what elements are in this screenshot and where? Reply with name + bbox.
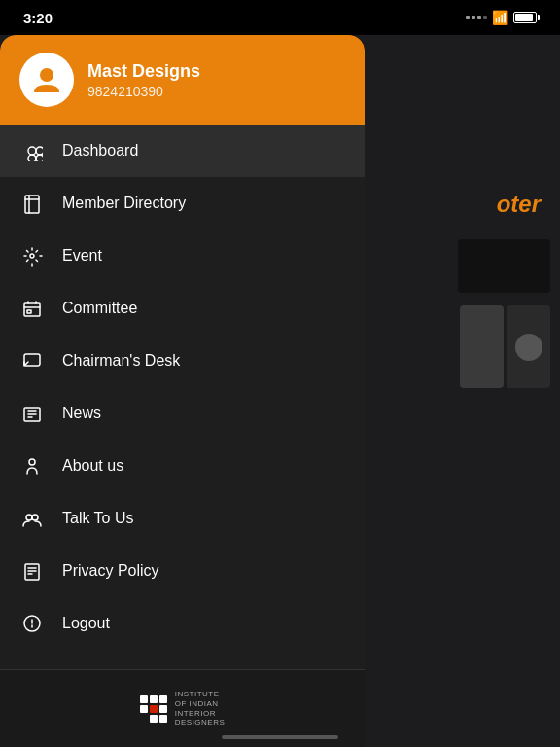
svg-rect-20 bbox=[25, 564, 39, 580]
avatar bbox=[19, 53, 74, 107]
logo-text: INSTITUTE OF INDIAN INTERIOR DESIGNERS bbox=[175, 690, 226, 727]
nav-item-news[interactable]: News bbox=[0, 387, 365, 440]
nav-item-member-dir[interactable]: Member Directory bbox=[0, 177, 365, 230]
phone-content: oter Mast Designs 9824210390 DashboardMe… bbox=[0, 35, 560, 747]
nav-label-logout: Logout bbox=[62, 615, 110, 632]
svg-point-18 bbox=[26, 515, 32, 520]
svg-point-8 bbox=[30, 254, 34, 258]
logo-cell bbox=[140, 705, 148, 713]
bg-image-block-3 bbox=[460, 305, 504, 388]
nav-item-committee[interactable]: Committee bbox=[0, 282, 365, 335]
logo-cell bbox=[140, 695, 148, 703]
logo-cell bbox=[159, 705, 167, 713]
nav-list: DashboardMember DirectoryEventCommitteeC… bbox=[0, 124, 365, 669]
nav-label-member-dir: Member Directory bbox=[62, 195, 186, 212]
svg-point-1 bbox=[28, 147, 36, 155]
home-indicator bbox=[222, 735, 338, 739]
event-icon bbox=[19, 243, 45, 268]
nav-item-privacy-policy[interactable]: Privacy Policy bbox=[0, 545, 365, 597]
logout-icon bbox=[19, 611, 45, 636]
person-icon bbox=[30, 63, 63, 96]
wifi-icon: 📶 bbox=[492, 10, 508, 25]
news-icon bbox=[19, 401, 45, 426]
book-icon bbox=[19, 191, 45, 216]
svg-point-3 bbox=[36, 147, 43, 155]
svg-rect-11 bbox=[27, 310, 31, 313]
logo-cell bbox=[159, 695, 167, 703]
nav-item-about-us[interactable]: About us bbox=[0, 440, 365, 492]
logo-cell bbox=[159, 715, 167, 723]
nav-label-talk-to-us: Talk To Us bbox=[62, 510, 134, 527]
footer-logo: INSTITUTE OF INDIAN INTERIOR DESIGNERS bbox=[140, 690, 226, 727]
svg-rect-9 bbox=[24, 303, 40, 316]
nav-item-talk-to-us[interactable]: Talk To Us bbox=[0, 492, 365, 545]
nav-label-committee: Committee bbox=[62, 300, 137, 317]
nav-item-chairmans-desk[interactable]: Chairman's Desk bbox=[0, 335, 365, 387]
nav-label-about-us: About us bbox=[62, 457, 123, 475]
user-name: Mast Designs bbox=[88, 61, 200, 82]
talk-icon bbox=[19, 506, 45, 531]
logo-line-1: INSTITUTE bbox=[175, 690, 226, 699]
svg-point-2 bbox=[28, 155, 36, 161]
drawer-header: Mast Designs 9824210390 bbox=[0, 35, 365, 124]
svg-point-17 bbox=[29, 459, 35, 465]
nav-label-privacy-policy: Privacy Policy bbox=[62, 562, 159, 580]
signal-icon bbox=[466, 16, 487, 19]
committee-icon bbox=[19, 296, 45, 321]
nav-label-dashboard: Dashboard bbox=[62, 142, 138, 160]
svg-point-19 bbox=[32, 515, 38, 520]
logo-line-3: INTERIOR bbox=[175, 709, 226, 719]
nav-item-logout[interactable]: Logout bbox=[0, 597, 365, 650]
svg-point-0 bbox=[40, 68, 53, 82]
about-icon bbox=[19, 453, 45, 479]
bg-image-block-1 bbox=[458, 239, 550, 293]
chat-icon bbox=[19, 348, 45, 374]
user-phone: 9824210390 bbox=[88, 84, 200, 99]
person-silhouette bbox=[515, 334, 542, 361]
status-icons: 📶 bbox=[466, 10, 537, 25]
navigation-drawer: Mast Designs 9824210390 DashboardMember … bbox=[0, 35, 365, 669]
bg-image-block-2 bbox=[507, 305, 550, 388]
logo-cell bbox=[150, 695, 158, 703]
logo-cell bbox=[150, 715, 158, 723]
logo-cell-red bbox=[150, 705, 158, 713]
nav-item-dashboard[interactable]: Dashboard bbox=[0, 124, 365, 177]
logo-line-4: DESIGNERS bbox=[175, 718, 226, 728]
status-bar: 3:20 📶 bbox=[0, 0, 560, 35]
logo-cell bbox=[140, 715, 148, 723]
battery-icon bbox=[513, 12, 537, 23]
svg-rect-5 bbox=[25, 196, 39, 213]
svg-point-4 bbox=[36, 155, 43, 161]
logo-grid-icon bbox=[140, 695, 167, 723]
dashboard-icon bbox=[19, 138, 45, 163]
nav-label-chairmans-desk: Chairman's Desk bbox=[62, 352, 180, 370]
nav-label-event: Event bbox=[62, 247, 102, 265]
bg-text: oter bbox=[497, 191, 541, 218]
privacy-icon bbox=[19, 558, 45, 584]
status-time: 3:20 bbox=[23, 10, 52, 26]
user-info: Mast Designs 9824210390 bbox=[88, 61, 200, 99]
nav-label-news: News bbox=[62, 405, 101, 422]
nav-item-event[interactable]: Event bbox=[0, 230, 365, 282]
logo-line-2: OF INDIAN bbox=[175, 699, 226, 709]
